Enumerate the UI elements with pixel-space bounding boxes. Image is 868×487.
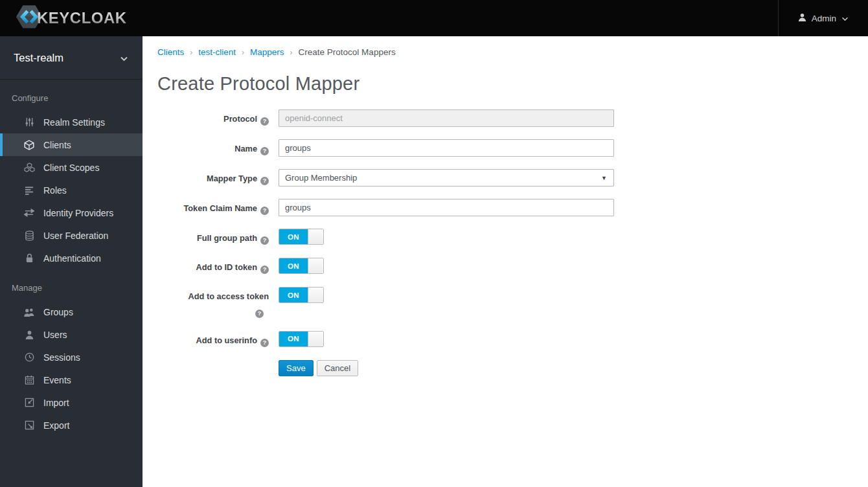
toggle-handle [308,288,323,302]
help-icon[interactable]: ? [260,177,269,185]
database-icon [23,231,35,241]
import-icon [23,398,35,407]
sidebar-item-label: Clients [43,140,71,150]
full-group-path-toggle[interactable]: ON [279,229,324,245]
list-icon [23,186,35,195]
field-label-text: Add to access token [188,291,269,301]
add-to-access-token-toggle[interactable]: ON [279,287,324,303]
page-title: Create Protocol Mapper [157,73,852,95]
toggle-handle [308,258,323,273]
form-actions: SaveCancel [279,360,852,376]
sidebar-item-authentication[interactable]: Authentication [0,247,143,269]
breadcrumb-separator: › [290,48,293,57]
sidebar-item-label: Sessions [43,352,80,363]
mapper-type-select[interactable]: Group Membership [279,169,614,187]
help-icon[interactable]: ? [255,310,264,318]
brand-text: KEYCLOAK [37,9,127,27]
sidebar-item-label: User Federation [43,231,108,241]
nav-section-label-configure: Configure [0,80,143,111]
sidebar-item-roles[interactable]: Roles [0,179,143,201]
field-label-add-to-userinfo: Add to userinfo? [157,331,279,347]
sidebar-item-client-scopes[interactable]: Client Scopes [0,156,143,179]
user-icon [798,13,806,24]
field-label-mapper-type: Mapper Type? [157,169,279,187]
token-claim-name-input[interactable] [279,199,614,216]
field-label-text: Protocol [223,114,257,124]
breadcrumb-create-protocol-mappers: Create Protocol Mappers [299,47,396,57]
keycloak-logo[interactable]: KEYCLOAK [0,0,127,36]
sidebar-item-sessions[interactable]: Sessions [0,346,143,368]
sliders-icon [23,117,35,127]
sidebar-item-label: Realm Settings [43,117,105,128]
nav-section-label-manage: Manage [0,269,143,300]
breadcrumb-mappers[interactable]: Mappers [250,47,284,57]
help-icon[interactable]: ? [260,236,269,245]
chevron-down-icon [841,14,849,23]
sidebar-item-label: Identity Providers [43,208,113,218]
cubes-icon [23,163,35,172]
cancel-button[interactable]: Cancel [317,360,358,376]
chevron-down-icon [120,52,128,64]
add-to-userinfo-toggle[interactable]: ON [279,331,324,347]
toggle-handle [308,332,323,346]
toggle-on-label: ON [279,332,308,346]
help-icon[interactable]: ? [260,339,269,347]
sidebar-item-identity-providers[interactable]: Identity Providers [0,201,143,224]
field-label-token-claim-name: Token Claim Name? [157,199,279,216]
sidebar-item-groups[interactable]: Groups [0,300,143,323]
help-line: ? [157,306,269,318]
field-control-add-to-access-token: ON [279,287,614,318]
sidebar-item-clients[interactable]: Clients [0,133,143,156]
sidebar-item-users[interactable]: Users [0,323,143,346]
sidebar-item-import[interactable]: Import [0,391,143,414]
field-control-add-to-userinfo: ON [279,331,614,347]
top-navbar: KEYCLOAK Admin [0,0,868,36]
sidebar-item-label: Import [43,398,69,408]
help-icon[interactable]: ? [260,266,269,274]
create-protocol-mapper-form: Protocol?Name?Mapper Type?Group Membersh… [157,109,852,376]
sidebar: Test-realm ConfigureRealm SettingsClient… [0,36,143,487]
form-group-add-to-id-token: Add to ID token?ON [157,258,852,274]
exchange-icon [23,209,35,217]
field-control-protocol [279,109,614,127]
save-button[interactable]: Save [279,360,314,376]
sidebar-item-user-federation[interactable]: User Federation [0,224,143,247]
help-icon[interactable]: ? [260,207,269,215]
field-control-mapper-type: Group Membership▼ [279,169,614,187]
realm-selector[interactable]: Test-realm [0,36,143,80]
field-control-token-claim-name [279,199,614,216]
calendar-icon [23,375,35,385]
form-group-full-group-path: Full group path?ON [157,229,852,245]
form-group-protocol: Protocol? [157,109,852,127]
field-label-text: Token Claim Name [183,203,257,213]
sidebar-item-events[interactable]: Events [0,368,143,391]
form-group-add-to-access-token: Add to access token?ON [157,287,852,318]
sidebar-nav: ConfigureRealm SettingsClientsClient Sco… [0,80,143,436]
protocol-input [279,109,614,127]
user-menu-label: Admin [812,14,836,23]
sidebar-item-label: Client Scopes [43,163,99,173]
form-group-add-to-userinfo: Add to userinfo?ON [157,331,852,347]
breadcrumb: Clients›test-client›Mappers›Create Proto… [157,47,852,57]
form-group-mapper-type: Mapper Type?Group Membership▼ [157,169,852,187]
field-label-name: Name? [157,139,279,157]
field-label-text: Add to userinfo [196,335,257,345]
breadcrumb-clients[interactable]: Clients [157,47,184,57]
breadcrumb-test-client[interactable]: test-client [198,47,236,57]
sidebar-item-label: Roles [43,185,67,196]
export-icon [23,420,35,430]
user-menu[interactable]: Admin [778,0,868,36]
field-control-full-group-path: ON [279,229,614,245]
help-icon[interactable]: ? [260,117,269,126]
field-label-protocol: Protocol? [157,109,279,127]
field-label-text: Add to ID token [196,262,257,272]
form-group-token-claim-name: Token Claim Name? [157,199,852,216]
field-label-add-to-access-token: Add to access token? [157,287,279,318]
sidebar-item-realm-settings[interactable]: Realm Settings [0,111,143,133]
add-to-id-token-toggle[interactable]: ON [279,258,324,274]
sidebar-item-label: Groups [43,307,73,317]
name-input[interactable] [279,139,614,157]
help-icon[interactable]: ? [260,147,269,155]
sidebar-item-export[interactable]: Export [0,414,143,436]
breadcrumb-separator: › [190,48,192,57]
